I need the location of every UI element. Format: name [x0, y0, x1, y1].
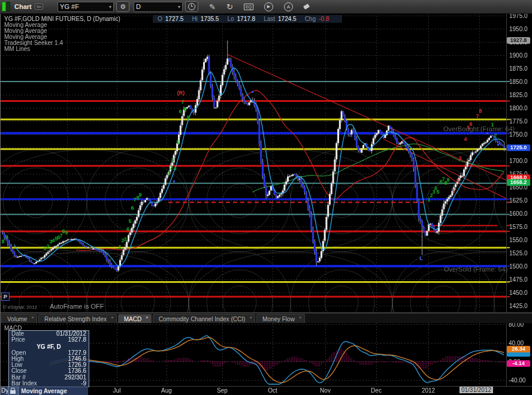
- seeker-count-label: 1: [118, 244, 121, 250]
- time-template-button[interactable]: [185, 1, 198, 12]
- interval-input[interactable]: D: [134, 2, 183, 12]
- dw-price-label: Price: [11, 337, 25, 343]
- tab-label: Commodity Channel Index (CCI): [159, 316, 246, 322]
- window-title: Chart: [14, 3, 32, 10]
- chg-value: -0.8: [319, 16, 329, 22]
- seeker-count-label: 1: [452, 188, 455, 194]
- paintbar-dot: [497, 144, 499, 146]
- seeker-count-label: 8: [1, 239, 4, 245]
- low-label: Lo: [227, 16, 234, 22]
- draw-tool-button[interactable]: ✎: [209, 2, 216, 11]
- reload-button[interactable]: ↻: [226, 2, 233, 11]
- tab-label: MACD: [124, 316, 141, 322]
- eraser-icon[interactable]: [303, 4, 310, 10]
- seeker-count-label: 9: [5, 234, 8, 240]
- play-icon: ▶: [267, 4, 270, 9]
- close-icon[interactable]: ×: [249, 315, 252, 320]
- chg-label: Chg: [305, 16, 316, 22]
- close-icon[interactable]: ×: [146, 315, 149, 320]
- paintbar-dot: [173, 180, 175, 182]
- symbol-input[interactable]: YG #F: [58, 2, 114, 12]
- seeker-count-label: 3: [123, 236, 126, 242]
- seeker-count-label: 6: [469, 121, 472, 127]
- price-tick-label: 1575.0: [509, 224, 528, 230]
- toolbar: Chart SH YG #F ⚙ D ✎ ↻ EQ ▶ A: [0, 0, 532, 14]
- seeker-count-label: 3: [458, 155, 461, 161]
- seeker-count-label: 3: [171, 157, 174, 163]
- tab-money-flow[interactable]: Money Flow ×: [256, 314, 305, 323]
- seeker-count-label: L: [419, 255, 423, 261]
- seeker-count-label: 9: [446, 177, 449, 183]
- window-edge: [0, 0, 1, 395]
- quote-bar: O 1727.5 Hi 1735.5 Lo 1717.8 Last 1724.5…: [153, 15, 342, 23]
- time-tick-label: Jul: [113, 387, 121, 394]
- price-tick-label: 1500.0: [509, 263, 528, 270]
- symbol-value: YG #F: [60, 3, 107, 10]
- status-indicator-dim: [7, 2, 10, 11]
- time-tick-label: Nov: [320, 387, 331, 394]
- oversold-label: OverSold (Frame: 64): [444, 266, 507, 273]
- study-tabbar: Volume × Relative Strength Index × MACD …: [0, 313, 532, 323]
- chart-window: Chart SH YG #F ⚙ D ✎ ↻ EQ ▶ A O 1727.5 H…: [0, 0, 532, 395]
- tab-volume[interactable]: Volume ×: [1, 314, 37, 323]
- price-tick-label: 1950.0: [509, 26, 528, 32]
- window-badge: SH: [35, 4, 43, 10]
- seeker-count-label: 8: [183, 106, 186, 112]
- time-tick-label: 2012: [422, 387, 435, 394]
- lock-icon[interactable]: [8, 387, 19, 395]
- seeker-count-label: 2: [456, 177, 459, 183]
- price-tick-label: 1475.0: [509, 276, 528, 283]
- symbol-settings-button[interactable]: ⚙: [116, 1, 129, 12]
- auto-icon: A: [287, 4, 290, 10]
- paintbar-dot: [252, 91, 253, 93]
- quote-board-icon: EQ: [246, 5, 252, 9]
- seeker-count-label: 7: [476, 113, 479, 119]
- tab-label: Money Flow: [262, 316, 295, 322]
- tab-rsi[interactable]: Relative Strength Index ×: [38, 314, 117, 323]
- current-date-badge: 01/31/2012: [460, 387, 493, 393]
- price-tick-label: 1600.0: [509, 210, 528, 217]
- price-badge: 1927.8: [507, 37, 530, 44]
- overbought-label: OverBought (Frame: 64): [443, 125, 515, 132]
- dw-symbol-title: YG #F, D: [9, 343, 89, 350]
- quote-board-button[interactable]: EQ: [244, 4, 253, 10]
- price-tick-label: 1750.0: [509, 131, 528, 138]
- gear-icon: ⚙: [120, 3, 126, 11]
- price-badge: 1725.0: [507, 144, 530, 151]
- price-tick-label: 1850.0: [509, 79, 528, 85]
- interval-value: D: [136, 3, 176, 10]
- seeker-count-label: 5: [436, 189, 439, 195]
- pencil-icon: ✎: [209, 2, 216, 11]
- price-tick-label: 1800.0: [509, 105, 528, 111]
- price-tick-label: 1450.0: [509, 290, 528, 296]
- price-tick-label: 1775.0: [509, 118, 528, 125]
- close-icon[interactable]: ×: [299, 315, 302, 320]
- seeker-count-label: 4: [126, 226, 129, 232]
- replay-button[interactable]: ▶: [264, 2, 273, 11]
- autoframe-button[interactable]: A: [284, 2, 293, 11]
- seeker-count-label: 4: [464, 136, 467, 142]
- legend-mm-lines: MM Lines: [4, 46, 120, 52]
- price-tick-label: 1525.0: [509, 250, 528, 257]
- high-label: Hi: [192, 16, 197, 22]
- study-legend: YG #F,GOLD MINI FUTURES, D (Dynamic) Mov…: [4, 16, 120, 52]
- macd-badge: -4.14: [507, 360, 530, 367]
- low-value: 1717.8: [237, 16, 256, 22]
- dw-price-value: 1927.8: [68, 337, 86, 343]
- seeker-count-label: 2: [170, 165, 173, 171]
- time-tick-label: Aug: [161, 387, 172, 394]
- last-label: Last: [264, 16, 275, 22]
- price-tick-label: 1625.0: [509, 197, 528, 204]
- pivot-marker[interactable]: P: [1, 293, 10, 301]
- axis-divider: [506, 13, 507, 386]
- close-icon[interactable]: ×: [111, 315, 114, 320]
- last-value: 1724.5: [278, 16, 297, 22]
- tab-cci[interactable]: Commodity Channel Index (CCI) ×: [153, 314, 255, 323]
- seeker-count-label: 9: [186, 114, 189, 120]
- close-icon[interactable]: ×: [31, 315, 34, 320]
- tab-macd[interactable]: MACD ×: [118, 314, 152, 323]
- open-value: 1727.5: [165, 16, 184, 22]
- dw-barindex-value: -9: [81, 381, 86, 387]
- seeker-count-label: 4: [173, 165, 176, 171]
- data-window[interactable]: Date01/31/2012 Price1927.8 YG #F, D Open…: [8, 330, 89, 387]
